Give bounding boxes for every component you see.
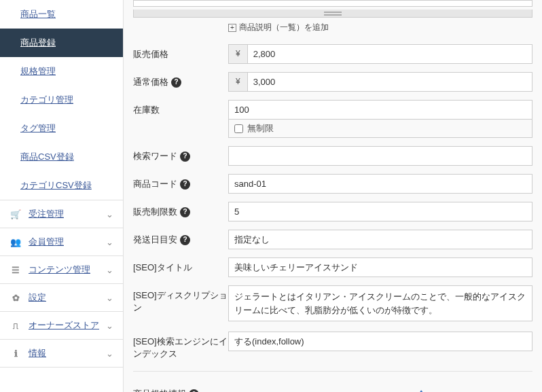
help-icon[interactable]: ? bbox=[171, 77, 181, 88]
sidebar-section-order[interactable]: 🛒 受注管理 ⌄ bbox=[0, 200, 123, 228]
variation-section-header[interactable]: 商品規格情報 ? ˄ bbox=[133, 378, 532, 392]
chevron-down-icon: ⌄ bbox=[106, 349, 113, 359]
regular-price-label: 通常価格 bbox=[133, 76, 168, 88]
sidebar-label: 設定 bbox=[29, 291, 106, 304]
seo-title-input[interactable] bbox=[228, 257, 532, 277]
sidebar-item-tag-manage[interactable]: タグ管理 bbox=[0, 114, 123, 143]
regular-price-input[interactable] bbox=[247, 72, 532, 92]
help-icon[interactable]: ? bbox=[180, 235, 190, 245]
sale-limit-label: 販売制限数 bbox=[133, 206, 177, 218]
sidebar-item-category-manage[interactable]: カテゴリ管理 bbox=[0, 86, 123, 114]
cart-icon: 🛒 bbox=[10, 209, 22, 219]
currency-prefix: ¥ bbox=[228, 72, 247, 92]
sidebar-item-spec-manage[interactable]: 規格管理 bbox=[0, 57, 123, 86]
product-subnav: 商品一覧 商品登録 規格管理 カテゴリ管理 タグ管理 商品CSV登録 カテゴリC… bbox=[0, 0, 123, 200]
chevron-down-icon: ⌄ bbox=[106, 209, 113, 219]
sidebar-label: 受注管理 bbox=[29, 208, 106, 220]
unlimited-checkbox[interactable] bbox=[234, 124, 243, 133]
currency-prefix: ¥ bbox=[228, 44, 247, 64]
add-description-label: 商品説明（一覧）を追加 bbox=[239, 22, 329, 32]
plug-icon: ⎍ bbox=[10, 321, 22, 331]
seo-title-label: [SEO]タイトル bbox=[133, 257, 228, 274]
sidebar: 商品一覧 商品登録 規格管理 カテゴリ管理 タグ管理 商品CSV登録 カテゴリC… bbox=[0, 0, 124, 392]
document-icon: ☰ bbox=[10, 265, 22, 275]
stock-label: 在庫数 bbox=[133, 100, 228, 116]
chevron-down-icon: ⌄ bbox=[106, 321, 113, 331]
sidebar-section-owners[interactable]: ⎍ オーナーズストア ⌄ bbox=[0, 311, 123, 339]
unlimited-label: 無制限 bbox=[247, 122, 274, 135]
sidebar-section-info[interactable]: ℹ 情報 ⌄ bbox=[0, 339, 123, 368]
seo-desc-textarea[interactable]: ジェラートとはイタリアン・アイスクリームのことで、一般的なアイスクリームに比べて… bbox=[228, 285, 532, 321]
sale-price-label: 販売価格 bbox=[133, 44, 228, 60]
drag-handle-icon bbox=[324, 12, 342, 16]
sidebar-section-contents[interactable]: ☰ コンテンツ管理 ⌄ bbox=[0, 255, 123, 283]
variation-header-label: 商品規格情報 bbox=[133, 388, 186, 392]
sidebar-item-product-register[interactable]: 商品登録 bbox=[0, 29, 123, 57]
sidebar-item-category-csv[interactable]: カテゴリCSV登録 bbox=[0, 171, 123, 200]
help-icon[interactable]: ? bbox=[180, 207, 190, 217]
sidebar-item-product-csv[interactable]: 商品CSV登録 bbox=[0, 143, 123, 171]
help-icon[interactable]: ? bbox=[189, 389, 199, 392]
gear-icon: ✿ bbox=[10, 293, 22, 303]
search-word-label: 検索ワード bbox=[133, 150, 177, 162]
sidebar-label: オーナーズストア bbox=[29, 319, 106, 332]
chevron-down-icon: ⌄ bbox=[106, 293, 113, 303]
product-code-input[interactable] bbox=[228, 174, 532, 194]
main-content: +商品説明（一覧）を追加 販売価格 ¥ 通常価格? ¥ 在庫数 bbox=[124, 0, 542, 392]
sidebar-label: 会員管理 bbox=[29, 236, 106, 248]
description-editor-bottom[interactable] bbox=[133, 0, 532, 7]
search-word-input[interactable] bbox=[228, 146, 532, 166]
seo-index-select[interactable] bbox=[228, 332, 532, 351]
sidebar-section-settings[interactable]: ✿ 設定 ⌄ bbox=[0, 283, 123, 311]
users-icon: 👥 bbox=[10, 237, 22, 247]
chevron-up-icon: ˄ bbox=[419, 389, 424, 392]
sale-price-input[interactable] bbox=[247, 44, 532, 64]
stock-input[interactable] bbox=[228, 100, 532, 120]
sidebar-item-product-list[interactable]: 商品一覧 bbox=[0, 0, 123, 29]
chevron-down-icon: ⌄ bbox=[106, 237, 113, 247]
seo-desc-label: [SEO]ディスクリプション bbox=[133, 285, 228, 314]
delivery-date-label: 発送日目安 bbox=[133, 234, 177, 246]
seo-index-label: [SEO]検索エンジンにインデックス bbox=[133, 332, 228, 360]
plus-icon: + bbox=[228, 24, 236, 32]
product-code-label: 商品コード bbox=[133, 178, 177, 190]
sidebar-label: 情報 bbox=[29, 347, 106, 359]
add-description-link[interactable]: +商品説明（一覧）を追加 bbox=[133, 20, 532, 40]
sidebar-section-member[interactable]: 👥 会員管理 ⌄ bbox=[0, 228, 123, 255]
help-icon[interactable]: ? bbox=[180, 179, 190, 190]
info-icon: ℹ bbox=[10, 349, 22, 359]
chevron-down-icon: ⌄ bbox=[106, 265, 113, 275]
sidebar-label: コンテンツ管理 bbox=[29, 264, 106, 276]
sale-limit-input[interactable] bbox=[228, 202, 532, 221]
drag-handle-bar[interactable] bbox=[133, 10, 532, 18]
help-icon[interactable]: ? bbox=[180, 152, 190, 162]
delivery-date-select[interactable] bbox=[228, 230, 532, 249]
section-divider bbox=[133, 371, 532, 372]
